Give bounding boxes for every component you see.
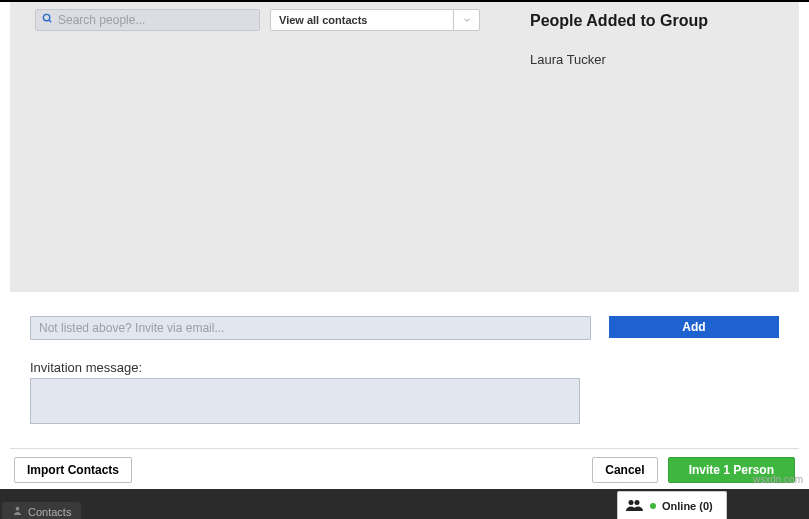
svg-point-2	[16, 507, 20, 511]
list-item[interactable]: Laura Tucker	[530, 52, 779, 67]
contacts-tab[interactable]: Contacts	[2, 502, 81, 519]
email-invite-row: Add	[30, 316, 779, 340]
watermark: wsxdn.com	[753, 474, 803, 485]
filter-selected-label: View all contacts	[271, 10, 453, 30]
add-button[interactable]: Add	[609, 316, 779, 338]
svg-point-3	[629, 500, 634, 505]
svg-point-4	[635, 500, 640, 505]
bottom-action-row: Import Contacts Cancel Invite 1 Person	[14, 457, 795, 483]
search-field-wrap[interactable]	[35, 9, 260, 31]
svg-point-0	[43, 14, 49, 20]
contacts-tab-label: Contacts	[28, 506, 71, 518]
svg-line-1	[49, 20, 51, 22]
chevron-down-icon[interactable]	[453, 10, 479, 30]
contacts-panel: View all contacts People Added to Group …	[10, 2, 799, 292]
import-contacts-button[interactable]: Import Contacts	[14, 457, 132, 483]
invitation-message-label: Invitation message:	[30, 360, 142, 375]
online-status-widget[interactable]: Online (0)	[617, 491, 727, 519]
added-title: People Added to Group	[530, 12, 779, 30]
online-dot-icon	[650, 503, 656, 509]
added-to-group-column: People Added to Group Laura Tucker	[530, 12, 779, 73]
added-list: Laura Tucker	[530, 52, 779, 67]
email-invite-input[interactable]	[30, 316, 591, 340]
cancel-button[interactable]: Cancel	[592, 457, 657, 483]
online-label: Online (0)	[662, 500, 713, 512]
divider	[10, 448, 799, 449]
invitation-message-textarea[interactable]	[30, 378, 580, 424]
contacts-filter-select[interactable]: View all contacts	[270, 9, 480, 31]
people-icon	[626, 498, 644, 514]
person-icon	[12, 505, 23, 518]
search-input[interactable]	[58, 13, 253, 27]
search-icon	[42, 13, 53, 27]
